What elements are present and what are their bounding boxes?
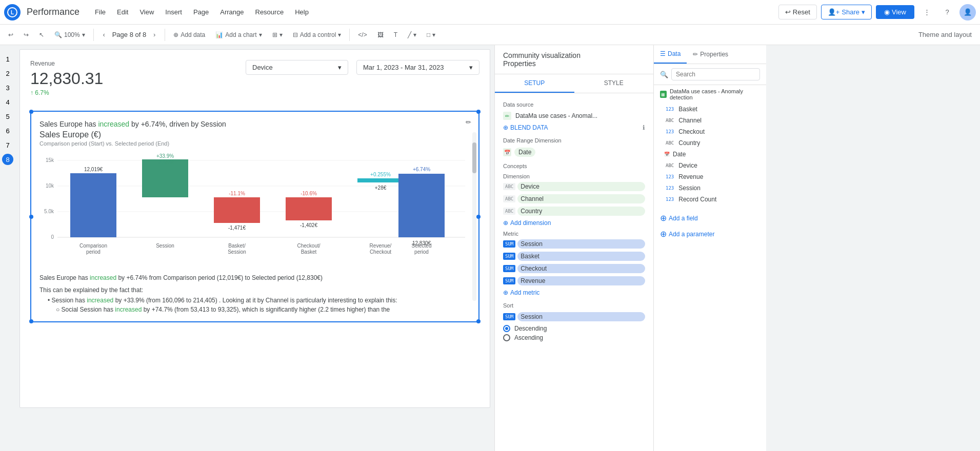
tab-style[interactable]: STYLE — [574, 74, 654, 93]
abc-badge: ABC — [664, 162, 675, 169]
add-icon: ⊕ — [660, 229, 667, 239]
tab-setup[interactable]: SETUP — [495, 74, 574, 93]
more-options-button[interactable]: ⋮ — [918, 4, 935, 20]
data-panel-tabs: ☰ Data ✏ Properties — [654, 45, 766, 64]
page-num-1[interactable]: 1 — [2, 53, 13, 65]
country-dimension[interactable]: Country — [517, 207, 645, 216]
undo-button[interactable]: ↩ — [4, 29, 17, 40]
date-range-label: Date Range Dimension — [495, 133, 653, 146]
tab-data[interactable]: ☰ Data — [654, 45, 687, 64]
page-content: Revenue 12,830.31 ↑ 6.7% Device ▾ Mar 1,… — [15, 45, 494, 451]
svg-text:-1,471€: -1,471€ — [228, 225, 246, 231]
chevron-down-icon: ▾ — [432, 31, 435, 38]
redo-button[interactable]: ↪ — [19, 29, 33, 40]
add-metric-button[interactable]: ⊕ Add metric — [495, 287, 653, 298]
add-chart-button[interactable]: 📊 Add a chart ▾ — [211, 29, 266, 40]
selection-handle-bl[interactable] — [29, 319, 33, 323]
edit-icon[interactable]: ✏ — [462, 116, 474, 128]
svg-rect-10 — [70, 173, 116, 237]
add-control-button[interactable]: ⊟ Add a control ▾ — [289, 29, 346, 40]
visualization-box: ✏ Sales Europe has increased by +6.74%, … — [30, 111, 479, 322]
page-num-8[interactable]: 8 — [2, 154, 13, 165]
add-data-button[interactable]: ⊕ Add data — [169, 29, 209, 40]
blend-data-button[interactable]: ⊕ BLEND DATA ℹ — [495, 122, 653, 133]
shape-button[interactable]: □ ▾ — [423, 29, 439, 40]
help-icon-button[interactable]: ? — [939, 4, 955, 20]
selection-handle-ml[interactable] — [29, 215, 33, 219]
menu-resource[interactable]: Resource — [250, 6, 289, 18]
menu-arrange[interactable]: Arrange — [215, 6, 249, 18]
device-dimension[interactable]: Device — [517, 182, 645, 191]
theme-layout-button[interactable]: Theme and layout — [914, 29, 976, 40]
selection-handle-br[interactable] — [476, 319, 481, 323]
view-button[interactable]: ◉ View — [876, 5, 914, 19]
menu-page[interactable]: Page — [188, 6, 214, 18]
selection-handle-mr[interactable] — [476, 215, 481, 219]
svg-text:Basket/: Basket/ — [228, 243, 246, 249]
text-button[interactable]: T — [390, 29, 402, 40]
menu-insert[interactable]: Insert — [160, 6, 187, 18]
page-num-6[interactable]: 6 — [2, 125, 13, 136]
add-dimension-button[interactable]: ⊕ Add dimension — [495, 217, 653, 229]
scrollbar-thumb[interactable] — [472, 142, 476, 173]
menu-help[interactable]: Help — [290, 6, 314, 18]
chart-icon: 📊 — [215, 31, 223, 38]
share-button[interactable]: 👤+ Share ▾ — [821, 5, 872, 19]
tab-properties[interactable]: ✏ Properties — [687, 45, 734, 64]
ascending-radio[interactable] — [503, 334, 510, 341]
revenue-metric[interactable]: Revenue — [517, 276, 645, 285]
svg-text:L: L — [11, 10, 14, 15]
basket-metric[interactable]: Basket — [517, 252, 645, 261]
add-field-button[interactable]: ⊕ Add a field — [654, 209, 766, 227]
image-button[interactable]: 🖼 — [373, 29, 388, 40]
field-date: 📅 Date — [654, 149, 766, 160]
descending-option[interactable]: Descending — [503, 325, 645, 332]
next-page-button[interactable]: › — [148, 29, 161, 41]
page-num-3[interactable]: 3 — [2, 82, 13, 93]
menu-file[interactable]: File — [90, 6, 111, 18]
sort-metric[interactable]: Session — [517, 312, 645, 321]
field-checkout: 123 Checkout — [654, 126, 766, 137]
search-input[interactable] — [671, 68, 760, 80]
selection-handle-tr[interactable] — [476, 110, 481, 114]
line-button[interactable]: ╱ ▾ — [404, 29, 421, 40]
menu-bar: File Edit View Insert Page Arrange Resou… — [90, 6, 314, 18]
session-metric[interactable]: Session — [517, 239, 645, 249]
avatar[interactable]: 👤 — [959, 4, 976, 20]
ascending-option[interactable]: Ascending — [503, 334, 645, 341]
edit-pencil-icon[interactable]: ✏ — [503, 112, 511, 120]
menu-edit[interactable]: Edit — [112, 6, 133, 18]
date-chip: 📅 Date — [495, 146, 653, 159]
descending-radio[interactable] — [503, 325, 510, 332]
device-filter[interactable]: Device ▾ — [246, 60, 348, 75]
sort-order-group: Descending Ascending — [495, 323, 653, 343]
select-tool[interactable]: ↖ — [35, 29, 48, 40]
zoom-tool[interactable]: 🔍 100% ▾ — [50, 29, 89, 40]
menu-view[interactable]: View — [134, 6, 159, 18]
scrollbar[interactable] — [472, 132, 476, 301]
sum-badge: SUM — [503, 277, 515, 284]
checkout-metric[interactable]: Checkout — [517, 264, 645, 273]
date-filter[interactable]: Mar 1, 2023 - Mar 31, 2023 ▾ — [356, 60, 479, 75]
waterfall-chart: 15k 10k 5.0k 0 12,019€ — [39, 153, 470, 265]
share-icon: 👤+ — [828, 8, 840, 16]
svg-text:-10.6%: -10.6% — [301, 191, 317, 196]
page-num-4[interactable]: 4 — [2, 96, 13, 108]
page-num-5[interactable]: 5 — [2, 111, 13, 122]
channel-dimension[interactable]: Channel — [517, 194, 645, 203]
page-navigation: ‹ Page 8 of 8 › — [98, 29, 161, 41]
svg-rect-18 — [286, 197, 332, 220]
add-table-button[interactable]: ⊞ ▾ — [268, 29, 287, 40]
add-parameter-button[interactable]: ⊕ Add a parameter — [654, 227, 766, 241]
chevron-down-icon: ▾ — [862, 8, 865, 16]
page-num-7[interactable]: 7 — [2, 139, 13, 151]
selection-handle-tl[interactable] — [29, 110, 33, 114]
separator-2 — [165, 29, 165, 41]
page-num-2[interactable]: 2 — [2, 68, 13, 79]
svg-text:+28€: +28€ — [375, 185, 387, 191]
chart-title: Sales Europe (€) — [39, 130, 470, 139]
code-button[interactable]: </> — [354, 29, 371, 40]
reset-button[interactable]: ↩ Reset — [778, 5, 817, 19]
sum-badge: SUM — [503, 313, 515, 320]
prev-page-button[interactable]: ‹ — [98, 29, 110, 41]
